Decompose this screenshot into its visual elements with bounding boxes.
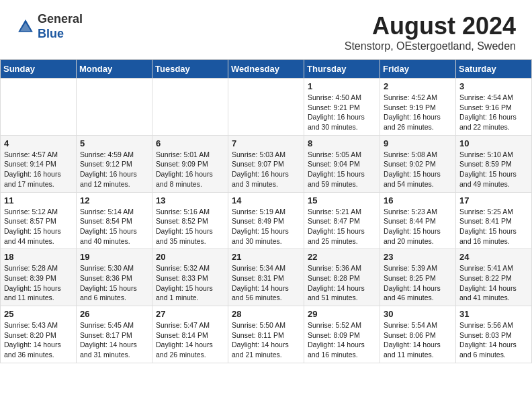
day-info: Sunrise: 5:47 AM Sunset: 8:14 PM Dayligh…: [156, 320, 224, 360]
day-info: Sunrise: 5:25 AM Sunset: 8:41 PM Dayligh…: [459, 207, 528, 246]
day-cell: 16Sunrise: 5:23 AM Sunset: 8:44 PM Dayli…: [380, 192, 456, 249]
day-cell: 18Sunrise: 5:28 AM Sunset: 8:39 PM Dayli…: [1, 249, 77, 306]
day-number: 18: [4, 252, 73, 262]
day-cell: 25Sunrise: 5:43 AM Sunset: 8:20 PM Dayli…: [1, 306, 77, 363]
day-number: 20: [156, 252, 224, 262]
weekday-header-saturday: Saturday: [456, 60, 532, 79]
day-info: Sunrise: 5:45 AM Sunset: 8:17 PM Dayligh…: [80, 320, 148, 360]
day-info: Sunrise: 5:43 AM Sunset: 8:20 PM Dayligh…: [4, 320, 73, 360]
day-number: 31: [459, 309, 528, 319]
calendar-table: SundayMondayTuesdayWednesdayThursdayFrid…: [0, 59, 532, 363]
day-number: 13: [156, 195, 224, 205]
day-number: 1: [308, 81, 376, 91]
day-number: 8: [308, 138, 376, 148]
day-number: 11: [4, 195, 73, 205]
day-number: 24: [459, 252, 528, 262]
day-cell: 10Sunrise: 5:10 AM Sunset: 8:59 PM Dayli…: [456, 135, 532, 192]
day-number: 28: [232, 309, 300, 319]
day-cell: 12Sunrise: 5:14 AM Sunset: 8:54 PM Dayli…: [77, 192, 152, 249]
day-cell: 27Sunrise: 5:47 AM Sunset: 8:14 PM Dayli…: [152, 306, 228, 363]
week-row-4: 18Sunrise: 5:28 AM Sunset: 8:39 PM Dayli…: [1, 249, 532, 306]
day-cell: 2Sunrise: 4:52 AM Sunset: 9:19 PM Daylig…: [380, 79, 456, 136]
day-info: Sunrise: 5:21 AM Sunset: 8:47 PM Dayligh…: [308, 207, 376, 246]
day-cell: 29Sunrise: 5:52 AM Sunset: 8:09 PM Dayli…: [304, 306, 380, 363]
day-number: 19: [80, 252, 148, 262]
day-number: 4: [4, 138, 73, 148]
day-cell: 24Sunrise: 5:41 AM Sunset: 8:22 PM Dayli…: [456, 249, 532, 306]
day-number: 12: [80, 195, 148, 205]
day-cell: 1Sunrise: 4:50 AM Sunset: 9:21 PM Daylig…: [304, 79, 380, 136]
weekday-header-sunday: Sunday: [1, 60, 77, 79]
day-cell: 17Sunrise: 5:25 AM Sunset: 8:41 PM Dayli…: [456, 192, 532, 249]
day-number: 25: [4, 309, 73, 319]
day-cell: [1, 79, 77, 136]
day-cell: 14Sunrise: 5:19 AM Sunset: 8:49 PM Dayli…: [228, 192, 304, 249]
logo-blue: Blue: [38, 27, 64, 40]
day-info: Sunrise: 4:54 AM Sunset: 9:16 PM Dayligh…: [459, 93, 528, 132]
day-cell: 4Sunrise: 4:57 AM Sunset: 9:14 PM Daylig…: [1, 135, 77, 192]
week-row-3: 11Sunrise: 5:12 AM Sunset: 8:57 PM Dayli…: [1, 192, 532, 249]
day-cell: 22Sunrise: 5:36 AM Sunset: 8:28 PM Dayli…: [304, 249, 380, 306]
weekday-header-friday: Friday: [380, 60, 456, 79]
day-info: Sunrise: 5:32 AM Sunset: 8:33 PM Dayligh…: [156, 263, 224, 303]
day-number: 2: [384, 81, 452, 91]
day-info: Sunrise: 5:50 AM Sunset: 8:11 PM Dayligh…: [232, 320, 300, 360]
day-number: 27: [156, 309, 224, 319]
day-info: Sunrise: 5:36 AM Sunset: 8:28 PM Dayligh…: [308, 263, 376, 303]
day-number: 29: [308, 309, 376, 319]
day-info: Sunrise: 5:19 AM Sunset: 8:49 PM Dayligh…: [232, 207, 300, 246]
day-number: 5: [80, 138, 148, 148]
day-info: Sunrise: 5:03 AM Sunset: 9:07 PM Dayligh…: [232, 150, 300, 189]
day-info: Sunrise: 5:16 AM Sunset: 8:52 PM Dayligh…: [156, 207, 224, 246]
month-title: August 2024: [345, 12, 516, 40]
day-info: Sunrise: 5:10 AM Sunset: 8:59 PM Dayligh…: [459, 150, 528, 189]
day-info: Sunrise: 5:01 AM Sunset: 9:09 PM Dayligh…: [156, 150, 224, 189]
week-row-1: 1Sunrise: 4:50 AM Sunset: 9:21 PM Daylig…: [1, 79, 532, 136]
day-number: 26: [80, 309, 148, 319]
day-number: 23: [384, 252, 452, 262]
day-info: Sunrise: 5:08 AM Sunset: 9:02 PM Dayligh…: [384, 150, 452, 189]
day-number: 9: [384, 138, 452, 148]
day-info: Sunrise: 5:34 AM Sunset: 8:31 PM Dayligh…: [232, 263, 300, 303]
logo-text: General Blue: [38, 12, 83, 41]
day-cell: [228, 79, 304, 136]
day-cell: 15Sunrise: 5:21 AM Sunset: 8:47 PM Dayli…: [304, 192, 380, 249]
day-cell: 21Sunrise: 5:34 AM Sunset: 8:31 PM Dayli…: [228, 249, 304, 306]
day-number: 10: [459, 138, 528, 148]
day-number: 6: [156, 138, 224, 148]
title-block: August 2024 Stenstorp, OEstergoetland, S…: [345, 12, 516, 52]
day-info: Sunrise: 5:14 AM Sunset: 8:54 PM Dayligh…: [80, 207, 148, 246]
day-number: 3: [459, 81, 528, 91]
day-info: Sunrise: 4:52 AM Sunset: 9:19 PM Dayligh…: [384, 93, 452, 132]
day-number: 21: [232, 252, 300, 262]
weekday-header-row: SundayMondayTuesdayWednesdayThursdayFrid…: [1, 60, 532, 79]
day-info: Sunrise: 5:41 AM Sunset: 8:22 PM Dayligh…: [459, 263, 528, 303]
day-cell: 6Sunrise: 5:01 AM Sunset: 9:09 PM Daylig…: [152, 135, 228, 192]
day-number: 30: [384, 309, 452, 319]
day-info: Sunrise: 5:39 AM Sunset: 8:25 PM Dayligh…: [384, 263, 452, 303]
logo-icon: [16, 17, 35, 36]
day-info: Sunrise: 5:05 AM Sunset: 9:04 PM Dayligh…: [308, 150, 376, 189]
day-number: 14: [232, 195, 300, 205]
day-info: Sunrise: 5:52 AM Sunset: 8:09 PM Dayligh…: [308, 320, 376, 360]
day-number: 16: [384, 195, 452, 205]
day-info: Sunrise: 5:12 AM Sunset: 8:57 PM Dayligh…: [4, 207, 73, 246]
day-number: 15: [308, 195, 376, 205]
day-info: Sunrise: 5:23 AM Sunset: 8:44 PM Dayligh…: [384, 207, 452, 246]
day-number: 7: [232, 138, 300, 148]
weekday-header-thursday: Thursday: [304, 60, 380, 79]
day-cell: 20Sunrise: 5:32 AM Sunset: 8:33 PM Dayli…: [152, 249, 228, 306]
day-number: 22: [308, 252, 376, 262]
day-cell: 23Sunrise: 5:39 AM Sunset: 8:25 PM Dayli…: [380, 249, 456, 306]
day-cell: [152, 79, 228, 136]
day-info: Sunrise: 5:54 AM Sunset: 8:06 PM Dayligh…: [384, 320, 452, 360]
day-cell: 8Sunrise: 5:05 AM Sunset: 9:04 PM Daylig…: [304, 135, 380, 192]
day-info: Sunrise: 5:28 AM Sunset: 8:39 PM Dayligh…: [4, 263, 73, 303]
day-cell: 5Sunrise: 4:59 AM Sunset: 9:12 PM Daylig…: [77, 135, 152, 192]
logo: General Blue: [16, 12, 83, 41]
day-cell: 19Sunrise: 5:30 AM Sunset: 8:36 PM Dayli…: [77, 249, 152, 306]
day-info: Sunrise: 4:50 AM Sunset: 9:21 PM Dayligh…: [308, 93, 376, 132]
day-info: Sunrise: 4:57 AM Sunset: 9:14 PM Dayligh…: [4, 150, 73, 189]
day-number: 17: [459, 195, 528, 205]
day-info: Sunrise: 5:56 AM Sunset: 8:03 PM Dayligh…: [459, 320, 528, 360]
